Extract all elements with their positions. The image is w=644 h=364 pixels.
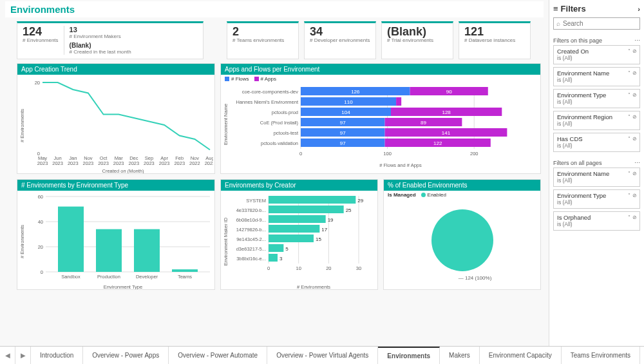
svg-text:Hannes Niemi's Environment: Hannes Niemi's Environment: [236, 99, 299, 105]
svg-text:d3e63217-5...: d3e63217-5...: [236, 246, 266, 252]
kpi-dev-label: # Developer environments: [310, 37, 370, 43]
svg-text:90: 90: [446, 89, 452, 95]
more-icon[interactable]: ⋯: [634, 37, 640, 44]
card-by-creator-title: Environments by Creator: [221, 180, 377, 191]
clear-icon[interactable]: ⊘: [632, 48, 637, 54]
tab-teams-environments[interactable]: Teams Environments: [562, 347, 640, 364]
svg-text:0: 0: [41, 269, 43, 275]
card-trend[interactable]: App Creation Trend # Environments 020May…: [17, 63, 215, 174]
filter-all-2[interactable]: Is Orphanedis (All)˅⊘: [553, 211, 640, 231]
filter-page-0[interactable]: Created Onis (All)˅⊘: [553, 45, 640, 64]
clear-icon[interactable]: ⊘: [632, 215, 637, 220]
kpi-dataverse-label: # Dataverse instances: [464, 37, 525, 43]
page-title: Environments: [5, 1, 544, 17]
page-title-text: Environments: [10, 4, 75, 15]
chevron-down-icon: ˅: [628, 114, 630, 120]
chevron-down-icon: ˅: [628, 92, 630, 98]
kpi-env-count-label: # Environments: [23, 37, 59, 43]
svg-text:97: 97: [340, 140, 346, 146]
filter-title: Environment Type: [557, 192, 636, 199]
card-env-type[interactable]: # Environments by Environment Type # Env…: [17, 179, 215, 290]
filter-title: Has CDS: [557, 135, 636, 142]
card-apps-flows-title: Apps and Flows per Environment: [221, 64, 540, 75]
svg-text:pctools-test: pctools-test: [274, 130, 299, 136]
tab-next[interactable]: ▶: [15, 347, 31, 364]
card-by-creator[interactable]: Environments by Creator Environment Make…: [220, 179, 378, 290]
tab-environments[interactable]: Environments: [378, 347, 440, 364]
more-icon[interactable]: ⋯: [634, 160, 640, 166]
svg-text:100: 100: [383, 151, 392, 157]
legend-apps-flows: # Flows # Apps: [221, 75, 540, 83]
filter-page-2[interactable]: Environment Typeis (All)˅⊘: [553, 89, 640, 108]
chevron-down-icon: ˅: [628, 193, 630, 198]
clear-icon[interactable]: ⊘: [632, 136, 637, 142]
tab-environment-capacity[interactable]: Environment Capacity: [480, 347, 562, 364]
card-enabled[interactable]: % of Enabled Environments Is Managed Ena…: [383, 179, 541, 290]
kpi-dev-value: 34: [310, 26, 370, 37]
chevron-down-icon: ˅: [628, 136, 630, 142]
svg-text:2023: 2023: [37, 160, 48, 166]
chart-env-type: # Environments 0204060SandboxProductionD…: [20, 193, 213, 290]
svg-text:Developer: Developer: [136, 274, 158, 280]
filter-search[interactable]: ⌕: [553, 17, 640, 30]
kpi-created-month: (Blank): [70, 42, 131, 49]
clear-icon[interactable]: ⊘: [632, 70, 637, 76]
kpi-dataverse-value: 121: [464, 26, 525, 37]
kpi-trial-value: (Blank): [387, 26, 448, 37]
kpi-teams-label: # Teams environments: [232, 37, 293, 43]
kpi-dev[interactable]: 34 # Developer environments: [304, 21, 376, 59]
svg-text:2023: 2023: [159, 160, 170, 166]
clear-icon[interactable]: ⊘: [632, 193, 637, 198]
filter-title: Environment Name: [557, 70, 636, 77]
filter-search-input[interactable]: [563, 20, 637, 27]
chevron-down-icon: ˅: [628, 171, 630, 177]
svg-text:20: 20: [326, 265, 331, 271]
svg-text:2023: 2023: [144, 160, 155, 166]
tab-overview-power-virtual-agents[interactable]: Overview - Power Virtual Agents: [267, 347, 378, 364]
svg-text:3b8bd16c-e...: 3b8bd16c-e...: [236, 256, 266, 262]
tab-overview-power-automate[interactable]: Overview - Power Automate: [169, 347, 267, 364]
clear-icon[interactable]: ⊘: [632, 92, 637, 98]
svg-rect-78: [134, 229, 160, 272]
tab-introduction[interactable]: Introduction: [31, 347, 83, 364]
svg-text:2023: 2023: [83, 160, 94, 166]
card-apps-flows[interactable]: Apps and Flows per Environment # Flows #…: [220, 63, 541, 174]
kpi-row: 124 # Environments 13 # Environment Make…: [17, 21, 544, 59]
chart-by-creator: Environment Maker ID 0102030SYSTEM294e33…: [223, 193, 376, 290]
filter-page-4[interactable]: Has CDSis (All)˅⊘: [553, 133, 640, 152]
tab-overview-power-apps[interactable]: Overview - Power Apps: [83, 347, 169, 364]
kpi-teams[interactable]: 2 # Teams environments: [227, 21, 299, 59]
svg-text:Teams: Teams: [178, 274, 192, 280]
filter-page-3[interactable]: Environment Regionis (All)˅⊘: [553, 111, 640, 130]
filter-all-1[interactable]: Environment Typeis (All)˅⊘: [553, 189, 640, 209]
kpi-env-count: 124: [23, 26, 59, 37]
chart-trend: # Environments 020May2023Jun2023Jan2023N…: [20, 77, 213, 174]
kpi-environments[interactable]: 124 # Environments 13 # Environment Make…: [17, 21, 204, 59]
svg-text:89: 89: [421, 120, 426, 126]
svg-text:coe-core-components-dev: coe-core-components-dev: [242, 89, 298, 95]
svg-text:2023: 2023: [128, 160, 139, 166]
tab-makers[interactable]: Makers: [440, 347, 480, 364]
svg-text:15: 15: [316, 236, 321, 242]
clear-icon[interactable]: ⊘: [632, 114, 637, 120]
chevron-down-icon: ˅: [628, 48, 630, 54]
kpi-dataverse[interactable]: 121 # Dataverse instances: [459, 21, 531, 59]
chevron-down-icon: ˅: [628, 215, 630, 220]
svg-text:CoE (Prod Install): CoE (Prod Install): [260, 120, 299, 126]
kpi-trial[interactable]: (Blank) # Trial environments: [381, 21, 453, 59]
svg-text:# Environments: # Environments: [20, 109, 25, 142]
filters-header: ≡Filters ›: [553, 3, 640, 17]
filter-page-1[interactable]: Environment Nameis (All)˅⊘: [553, 67, 640, 86]
filter-sub: is (All): [557, 177, 636, 184]
filter-section-all: Filters on all pages: [553, 160, 602, 166]
filter-all-0[interactable]: Environment Nameis (All)˅⊘: [553, 168, 640, 187]
svg-text:6b08e10d-9...: 6b08e10d-9...: [236, 217, 266, 223]
svg-text:2023: 2023: [52, 160, 63, 166]
tab-prev[interactable]: ◀: [0, 347, 15, 364]
collapse-icon[interactable]: ›: [638, 5, 640, 13]
kpi-teams-value: 2: [232, 26, 293, 37]
svg-rect-105: [269, 235, 314, 242]
clear-icon[interactable]: ⊘: [632, 171, 637, 177]
kpi-created-month-label: # Created in the last month: [70, 49, 131, 55]
svg-text:60: 60: [38, 194, 43, 200]
